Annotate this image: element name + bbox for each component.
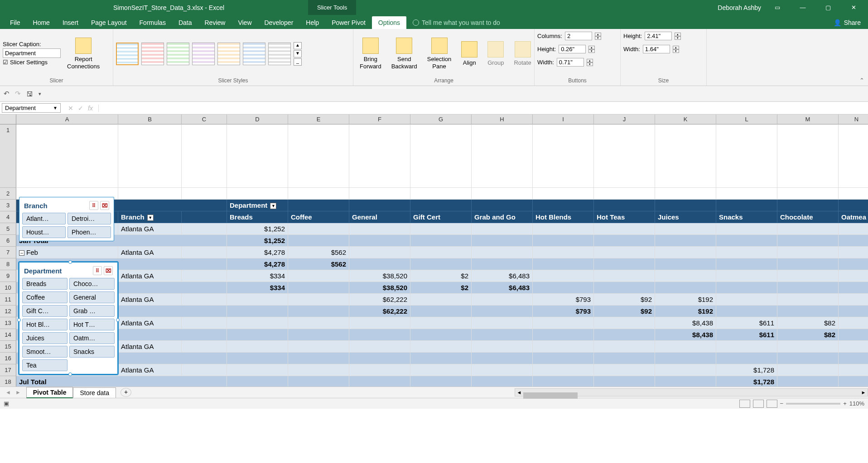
cell[interactable] — [716, 200, 777, 211]
cell[interactable]: $1,728 — [716, 376, 777, 387]
cell[interactable] — [472, 294, 533, 305]
cell[interactable]: Atlanta GA — [118, 270, 182, 282]
slicer-item[interactable]: Detroi… — [68, 213, 111, 224]
cell[interactable] — [472, 305, 533, 317]
sheet-nav-prev-icon[interactable]: ◄ — [5, 389, 11, 396]
column-header[interactable]: K — [655, 115, 716, 124]
cell[interactable] — [839, 364, 868, 376]
cell[interactable] — [288, 294, 349, 305]
cell[interactable] — [288, 188, 349, 200]
cell[interactable] — [410, 247, 472, 258]
cell[interactable] — [716, 235, 777, 247]
rotate-button[interactable]: Rotate — [510, 39, 535, 68]
zoom-out-icon[interactable]: − — [780, 400, 784, 407]
gallery-up-icon[interactable]: ▲ — [294, 42, 302, 49]
cell[interactable] — [349, 364, 410, 376]
cell[interactable] — [533, 376, 594, 387]
cell[interactable] — [472, 376, 533, 387]
cell[interactable]: $6,483 — [472, 282, 533, 294]
slicer-item[interactable]: Coffee — [22, 291, 68, 303]
column-header[interactable]: A — [16, 115, 118, 124]
cell[interactable] — [533, 270, 594, 282]
row-header[interactable]: 12 — [0, 305, 16, 317]
gallery-more-icon[interactable]: ⎯ — [294, 58, 302, 66]
row-header[interactable]: 1 — [0, 124, 16, 188]
cell[interactable] — [288, 223, 349, 235]
row-header[interactable]: 4 — [0, 211, 16, 223]
cell[interactable] — [118, 124, 182, 188]
macro-record-icon[interactable]: ▣ — [4, 400, 9, 407]
cell[interactable] — [839, 235, 868, 247]
group-button[interactable]: Group — [484, 39, 507, 68]
cell[interactable] — [655, 376, 716, 387]
cell[interactable] — [182, 341, 227, 353]
cell[interactable] — [777, 270, 839, 282]
cell[interactable] — [349, 329, 410, 341]
name-box[interactable]: Department ▼ — [2, 103, 61, 113]
tab-review[interactable]: Review — [198, 16, 232, 29]
column-header[interactable]: E — [288, 115, 349, 124]
tab-page-layout[interactable]: Page Layout — [85, 16, 133, 29]
slicer-style-5[interactable] — [217, 43, 240, 65]
cell[interactable] — [594, 317, 655, 329]
cell[interactable] — [182, 270, 227, 282]
slicer-item[interactable]: Choco… — [69, 278, 115, 290]
ribbon-display-options-icon[interactable]: ▭ — [768, 4, 786, 11]
select-all-button[interactable] — [0, 115, 16, 124]
cell[interactable] — [716, 124, 777, 188]
cell[interactable]: $562 — [288, 247, 349, 258]
cell[interactable]: −Feb — [16, 247, 118, 258]
cell[interactable] — [839, 317, 868, 329]
cell[interactable]: $62,222 — [349, 294, 410, 305]
cell[interactable] — [288, 282, 349, 294]
cell[interactable] — [839, 124, 868, 188]
tab-power-pivot[interactable]: Power Pivot — [325, 16, 372, 29]
cell[interactable] — [182, 294, 227, 305]
row-header[interactable]: 11 — [0, 294, 16, 305]
cell[interactable] — [227, 317, 288, 329]
row-header[interactable]: 10 — [0, 282, 16, 294]
cell[interactable]: Atlanta GA — [118, 341, 182, 353]
tell-me-search[interactable]: Tell me what you want to do — [406, 16, 506, 29]
slicer-item[interactable]: Snacks — [69, 346, 115, 358]
cell[interactable] — [182, 211, 227, 223]
zoom-in-icon[interactable]: + — [843, 400, 847, 407]
cell[interactable] — [594, 258, 655, 270]
cell[interactable] — [594, 364, 655, 376]
cell[interactable]: $38,520 — [349, 270, 410, 282]
cell[interactable] — [182, 317, 227, 329]
cell[interactable] — [410, 317, 472, 329]
cell[interactable]: Juices — [655, 211, 716, 223]
new-sheet-button[interactable]: + — [121, 388, 131, 397]
cell[interactable] — [777, 124, 839, 188]
cell[interactable] — [655, 341, 716, 353]
cell[interactable]: Grab and Go — [472, 211, 533, 223]
cell[interactable] — [288, 124, 349, 188]
cell[interactable]: $192 — [655, 305, 716, 317]
gallery-down-icon[interactable]: ▼ — [294, 50, 302, 57]
cell[interactable] — [533, 235, 594, 247]
send-backward-button[interactable]: Send Backward — [388, 36, 421, 72]
cell[interactable] — [349, 188, 410, 200]
column-header[interactable]: N — [839, 115, 868, 124]
cell[interactable]: $62,222 — [349, 305, 410, 317]
cell[interactable]: $793 — [533, 305, 594, 317]
cell[interactable]: General — [349, 211, 410, 223]
enter-formula-icon[interactable]: ✓ — [78, 105, 83, 112]
cell[interactable] — [227, 353, 288, 364]
tab-formulas[interactable]: Formulas — [133, 16, 172, 29]
cell[interactable] — [182, 124, 227, 188]
cell[interactable] — [227, 364, 288, 376]
sheet-tab-pivot[interactable]: Pivot Table — [26, 387, 73, 398]
cell[interactable] — [288, 364, 349, 376]
cell[interactable] — [777, 305, 839, 317]
cell[interactable] — [777, 188, 839, 200]
cell[interactable] — [839, 353, 868, 364]
cell[interactable] — [655, 353, 716, 364]
cell[interactable] — [839, 200, 868, 211]
btn-height-input[interactable] — [559, 45, 586, 53]
row-header[interactable]: 17 — [0, 364, 16, 376]
cell[interactable] — [655, 282, 716, 294]
cell[interactable]: Jul Total — [16, 376, 227, 387]
selection-pane-button[interactable]: Selection Pane — [424, 36, 455, 72]
